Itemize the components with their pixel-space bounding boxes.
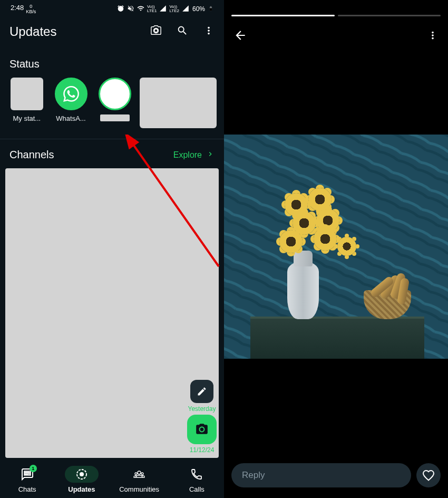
search-icon[interactable] (177, 25, 188, 39)
fab-date-yesterday: Yesterday (188, 405, 216, 413)
edit-status-button[interactable] (190, 380, 213, 403)
progress-segment (338, 15, 441, 16)
status-label-redacted (100, 114, 130, 121)
status-image[interactable] (224, 135, 448, 359)
fab-container: Yesterday 11/12/24 (187, 380, 217, 454)
pencil-icon (197, 386, 207, 397)
phone-icon (190, 468, 203, 481)
progress-segment (231, 15, 335, 16)
status-item-more[interactable] (140, 78, 217, 128)
volume-mute-icon (127, 5, 134, 14)
status-row: My stat... WhatsA... (0, 78, 224, 139)
nav-label: Calls (189, 485, 204, 493)
back-button[interactable] (233, 28, 247, 44)
heart-icon (422, 469, 435, 482)
signal-icon-1 (159, 5, 167, 14)
more-icon[interactable] (203, 25, 215, 39)
svg-point-3 (80, 472, 84, 476)
nav-calls[interactable]: Calls (180, 466, 213, 493)
camera-status-button[interactable] (187, 415, 217, 444)
nav-label: Communities (119, 485, 159, 493)
bottom-nav: 1 Chats Updates Communities Calls (0, 458, 224, 498)
nav-updates[interactable]: Updates (65, 466, 99, 493)
whatsapp-updates-screen: 2:48 0 KB/s Vo)) LTE1 Vo)) LTE2 (0, 0, 224, 498)
explore-label: Explore (173, 150, 202, 160)
chevron-right-icon (206, 150, 215, 160)
reply-bar: Reply (231, 463, 441, 487)
status-section-title: Status (0, 47, 224, 78)
story-progress (231, 15, 441, 16)
reply-input[interactable]: Reply (231, 463, 411, 487)
sim2-signal: Vo)) LTE2 (169, 5, 179, 13)
camera-icon (195, 423, 209, 436)
clock-time: 2:48 (11, 4, 24, 12)
nav-communities[interactable]: Communities (119, 466, 159, 493)
reply-placeholder: Reply (242, 470, 265, 481)
status-thumb-wide (140, 78, 217, 128)
status-ring (99, 78, 131, 110)
page-title: Updates (9, 24, 56, 39)
nav-chats[interactable]: 1 Chats (11, 466, 44, 493)
wifi-icon (137, 5, 144, 14)
channels-title: Channels (9, 149, 54, 161)
battery-percent: 60% (192, 5, 205, 13)
status-item-contact[interactable] (95, 78, 134, 128)
sim1-signal: Vo)) LTE1 (147, 5, 157, 13)
android-status-bar: 2:48 0 KB/s Vo)) LTE1 Vo)) LTE2 (0, 0, 224, 16)
nav-label: Chats (18, 485, 36, 493)
updates-icon (75, 468, 88, 481)
story-header (224, 23, 448, 50)
status-item-my-status[interactable]: My stat... (7, 78, 46, 128)
nav-label: Updates (68, 485, 95, 493)
updates-toolbar: Updates (0, 16, 224, 47)
explore-link[interactable]: Explore (173, 150, 215, 160)
fab-date-value: 11/12/24 (190, 446, 215, 454)
status-label: My stat... (13, 114, 41, 122)
more-icon[interactable] (427, 30, 439, 43)
channels-header: Channels Explore (0, 139, 224, 168)
status-ring (55, 78, 87, 110)
communities-icon (133, 468, 145, 481)
alarm-icon (117, 5, 124, 14)
battery-icon (208, 4, 213, 14)
whatsapp-logo-icon (63, 86, 79, 102)
signal-icon-2 (182, 5, 189, 14)
camera-icon[interactable] (150, 25, 162, 39)
status-item-whatsapp[interactable]: WhatsA... (52, 78, 91, 128)
status-label: WhatsA... (56, 114, 85, 122)
network-speed: 0 KB/s (26, 4, 36, 14)
like-button[interactable] (416, 463, 441, 487)
status-viewer-screen: Reply (224, 0, 448, 498)
chats-badge: 1 (30, 465, 37, 472)
status-thumb (11, 78, 43, 110)
